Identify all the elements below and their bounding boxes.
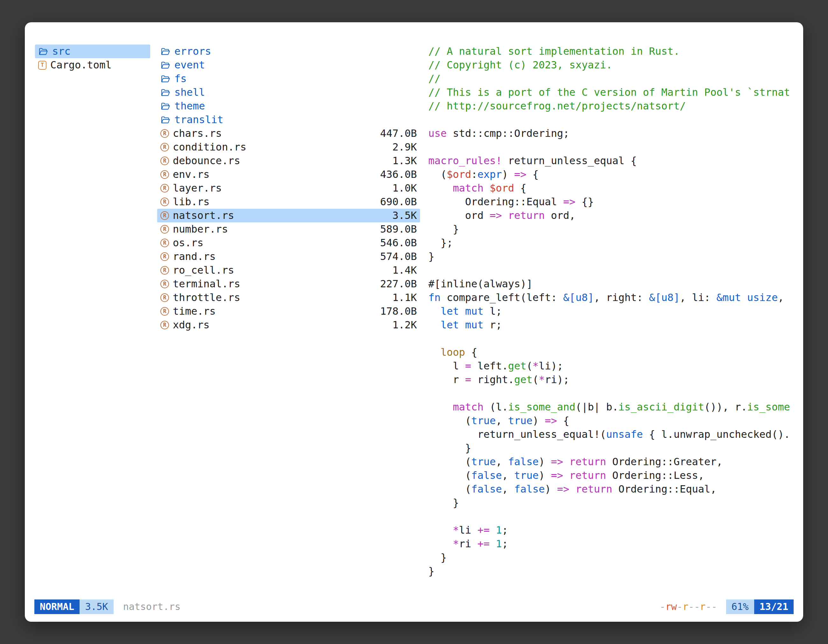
rust-file-icon: R: [160, 184, 169, 193]
rust-file-icon: R: [160, 307, 169, 316]
rust-file-icon: R: [160, 280, 169, 288]
entry-size: 546.0B: [380, 236, 417, 250]
folder-icon: [160, 101, 171, 111]
entry-name: src: [52, 45, 71, 58]
entry-size: 447.0B: [380, 127, 417, 140]
code-line: r = right.get(*ri);: [428, 373, 793, 387]
folder-icon: [160, 47, 171, 56]
entry-size: 227.0B: [380, 277, 417, 291]
code-line: [428, 263, 793, 277]
file-item-rand.rs[interactable]: Rrand.rs574.0B: [157, 250, 420, 263]
rust-file-icon: R: [160, 252, 169, 261]
entry-size: 1.1K: [392, 291, 417, 304]
code-line: // This is a port of the C version of Ma…: [428, 86, 793, 99]
file-item-lib.rs[interactable]: Rlib.rs690.0B: [157, 195, 420, 209]
code-line: (true, false) => return Ordering::Greate…: [428, 455, 793, 469]
file-item-xdg.rs[interactable]: Rxdg.rs1.2K: [157, 318, 420, 332]
entry-size: 1.4K: [392, 263, 417, 277]
entry-name: xdg.rs: [173, 318, 210, 332]
code-line: Ordering::Equal => {}: [428, 195, 793, 209]
file-item-throttle.rs[interactable]: Rthrottle.rs1.1K: [157, 291, 420, 304]
size-badge: 3.5K: [80, 599, 113, 614]
dir-item-errors[interactable]: errors: [157, 45, 420, 58]
file-item-Cargo.toml[interactable]: TCargo.toml: [35, 58, 150, 72]
entry-name: fs: [174, 72, 187, 86]
file-item-number.rs[interactable]: Rnumber.rs589.0B: [157, 223, 420, 236]
code-line: loop {: [428, 346, 793, 359]
toml-file-icon: T: [38, 61, 47, 70]
code-line: l = left.get(*li);: [428, 359, 793, 373]
dir-item-theme[interactable]: theme: [157, 99, 420, 113]
code-line: use std::cmp::Ordering;: [428, 127, 793, 140]
dir-item-event[interactable]: event: [157, 58, 420, 72]
dir-item-translit[interactable]: translit: [157, 113, 420, 127]
entry-name: translit: [174, 113, 223, 127]
code-line: return_unless_equal!(unsafe { l.unwrap_u…: [428, 428, 793, 441]
dir-item-fs[interactable]: fs: [157, 72, 420, 86]
rust-file-icon: R: [160, 225, 169, 233]
rust-file-icon: R: [160, 143, 169, 152]
code-line: // Copyright (c) 2023, sxyazi.: [428, 58, 793, 72]
dir-item-src[interactable]: src: [35, 45, 150, 58]
file-item-chars.rs[interactable]: Rchars.rs447.0B: [157, 127, 420, 140]
entry-name: number.rs: [173, 223, 228, 236]
rust-file-icon: R: [160, 239, 169, 247]
rust-file-icon: R: [160, 211, 169, 220]
entry-size: 574.0B: [380, 250, 417, 263]
entry-size: 178.0B: [380, 304, 417, 318]
code-line: }: [428, 496, 793, 510]
code-line: (false, true) => return Ordering::Less,: [428, 469, 793, 483]
file-item-time.rs[interactable]: Rtime.rs178.0B: [157, 304, 420, 318]
file-item-env.rs[interactable]: Renv.rs436.0B: [157, 168, 420, 181]
entry-name: layer.rs: [173, 181, 222, 195]
code-line: [428, 113, 793, 127]
code-line: ord => return ord,: [428, 209, 793, 223]
status-bar: NORMAL 3.5K natsort.rs -rw-r--r-- 61% 13…: [25, 595, 803, 622]
file-item-debounce.rs[interactable]: Rdebounce.rs1.3K: [157, 154, 420, 168]
code-line: (true, true) => {: [428, 414, 793, 428]
code-line: fn compare_left(left: &[u8], right: &[u8…: [428, 291, 793, 304]
code-preview: // A natural sort implementation in Rust…: [428, 45, 793, 578]
code-line: // A natural sort implementation in Rust…: [428, 45, 793, 58]
entry-size: 690.0B: [380, 195, 417, 209]
entry-name: ro_cell.rs: [173, 263, 234, 277]
entry-name: time.rs: [173, 304, 216, 318]
folder-icon: [38, 47, 49, 56]
code-line: }: [428, 564, 793, 578]
rust-file-icon: R: [160, 170, 169, 179]
code-line: *ri += 1;: [428, 537, 793, 551]
entry-name: event: [174, 58, 205, 72]
code-line: let mut r;: [428, 318, 793, 332]
code-line: match $ord {: [428, 181, 793, 195]
entry-name: natsort.rs: [173, 209, 234, 223]
code-line: #[inline(always)]: [428, 277, 793, 291]
file-manager-panes: srcTCargo.toml errorseventfsshellthemetr…: [25, 22, 803, 595]
entry-name: debounce.rs: [173, 154, 240, 168]
entry-name: env.rs: [173, 168, 210, 181]
rust-file-icon: R: [160, 129, 169, 138]
file-item-os.rs[interactable]: Ros.rs546.0B: [157, 236, 420, 250]
file-item-natsort.rs[interactable]: Rnatsort.rs3.5K: [157, 209, 420, 223]
folder-icon: [160, 115, 171, 125]
entry-name: rand.rs: [173, 250, 216, 263]
file-item-ro_cell.rs[interactable]: Rro_cell.rs1.4K: [157, 263, 420, 277]
file-item-condition.rs[interactable]: Rcondition.rs2.9K: [157, 140, 420, 154]
dir-item-shell[interactable]: shell: [157, 86, 420, 99]
file-item-terminal.rs[interactable]: Rterminal.rs227.0B: [157, 277, 420, 291]
code-line: macro_rules! return_unless_equal {: [428, 154, 793, 168]
folder-icon: [160, 88, 171, 98]
entry-name: Cargo.toml: [50, 58, 112, 72]
mode-badge: NORMAL: [34, 599, 80, 614]
permissions-text: -rw-r--r--: [660, 602, 717, 611]
code-line: match (l.is_some_and(|b| b.is_ascii_digi…: [428, 400, 793, 414]
entry-size: 1.2K: [392, 318, 417, 332]
file-item-layer.rs[interactable]: Rlayer.rs1.0K: [157, 181, 420, 195]
code-line: let mut l;: [428, 304, 793, 318]
entry-size: 2.9K: [392, 140, 417, 154]
parent-pane: srcTCargo.toml: [35, 45, 150, 595]
entry-size: 1.0K: [392, 181, 417, 195]
scroll-percent-badge: 61%: [726, 599, 754, 614]
entry-name: lib.rs: [173, 195, 210, 209]
rust-file-icon: R: [160, 197, 169, 206]
entry-name: errors: [174, 45, 211, 58]
